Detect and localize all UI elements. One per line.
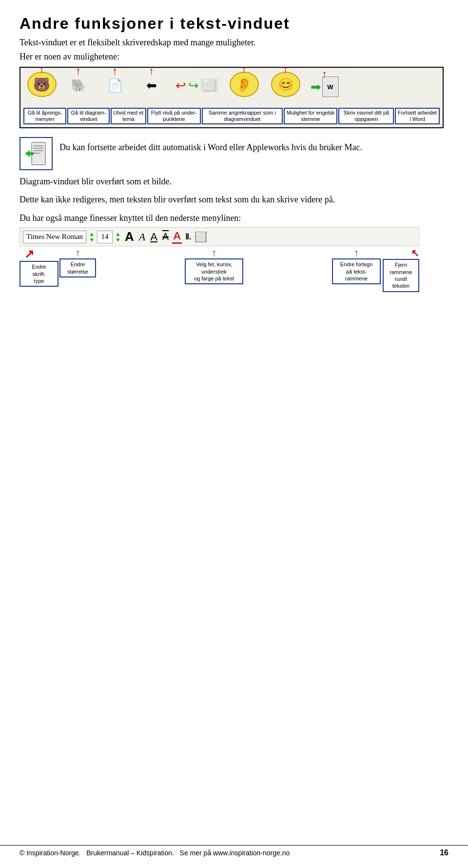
strikeA-button[interactable]: A [161,231,170,242]
page-title: Andre funksjoner i tekst-vinduet [20,15,448,33]
word-description-area: Du kan fortsette arbeidet ditt automatis… [20,137,448,170]
bold-A-button[interactable]: A [123,229,136,244]
fjern-annotation: ↖ Fjernrammenerundtteksten [383,247,419,292]
font-annotation: ↗ Endreskrift-type [20,247,58,287]
size-selector[interactable]: 14 [97,231,113,243]
footer-page-number: 16 [440,848,448,857]
list-icon-button[interactable]: Ⅱ. [184,232,193,241]
intro-paragraph-2: Her er noen av mulighetene: [20,52,448,62]
format-annotation: ↑ Velg fet, kursiv,understrekog farge på… [98,247,330,284]
svg-rect-1 [34,145,43,146]
menu-intro-text: Du har også mange finesser knyttet til d… [20,213,448,223]
svg-rect-4 [34,153,40,154]
fortegn-red-arrow: ↑ [354,247,359,258]
svg-rect-2 [34,148,43,149]
footer-text: © Inspiration-Norge. Brukermanual – Kids… [20,849,290,857]
toolbar-label-name: Skriv navnet ditt på oppgaven [338,108,394,124]
toolbar-label-expand: Utvid med et tema [111,108,146,124]
font-selector[interactable]: Times New Roman [23,231,86,243]
fortegn-annotation: ↑ Endre fortegnpå tekst-rammene [332,247,381,284]
box-icon-button[interactable]: ⬜ [195,232,207,242]
fjern-label: Fjernrammenerundtteksten [383,259,419,292]
toolbar-icon-name: ↑ 😊 [265,72,306,97]
toolbar-label-undo: Samme angreknapper som i diagramvinduet [202,108,283,124]
diagram-text: Diagram-vinduet blir overført som et bil… [20,175,448,188]
size-label: Endrestørrelse [59,258,96,277]
font-arrow-down[interactable]: ▼ [89,237,95,243]
toolbar-label-voice: Mulighet for engelsk stemme [284,108,338,124]
word-icon-box [20,137,53,170]
fortegn-label: Endre fortegnpå tekst-rammene [332,258,381,284]
toolbar-icon-voice: ↑ 👂 [223,72,265,97]
footer-website: Se mer på www.inspiration-norge.no [180,849,290,857]
footer-copyright: © Inspiration-Norge. [20,849,80,857]
word-description-text: Du kan fortsette arbeidet ditt automatis… [59,137,362,154]
font-label: Endreskrift-type [20,261,58,287]
color-A-button[interactable]: A [172,230,182,244]
svg-rect-3 [34,150,43,151]
toolbar-label-word: Fortsett arbeidet i Word [395,108,440,124]
toolbar-icon-home: ↑ 🐻 [23,72,60,97]
toolbar-icon-diagram: ↑ 🐘 [60,74,97,97]
format-red-arrow: ↑ [212,247,216,258]
size-arrows[interactable]: ▲ ▼ [115,231,121,243]
size-arrow-down[interactable]: ▼ [115,237,121,243]
footer-manual: Brukermanual – Kidspiration. [86,849,174,857]
toolbar-label-home: Gå til åpnings-menyen [23,108,66,124]
dette-text: Dette kan ikke redigeres, men teksten bl… [20,193,448,206]
format-label: Velg fet, kursiv,understrekog farge på t… [185,258,243,284]
footer: © Inspiration-Norge. Brukermanual – Kids… [0,845,468,857]
bottom-toolbar-container: Times New Roman ▲ ▼ 14 ▲ ▼ A A A A A Ⅱ. … [20,227,424,292]
toolbar-icon-word: ↑ ➡ W [306,77,343,97]
font-red-arrow: ↗ [24,247,34,261]
underline-A-button[interactable]: A [149,231,159,243]
fjern-red-arrow: ↖ [411,247,419,259]
top-toolbar-area: ↑ 🐻 ↑ 🐘 ↑ 📄 ↑ ⬅ [20,67,444,128]
intro-paragraph-1: Tekst-vinduet er et fleksibelt skrivered… [20,38,448,48]
toolbar-icon-expand: ↑ 📄 [97,74,133,97]
bottom-toolbar: Times New Roman ▲ ▼ 14 ▲ ▼ A A A A A Ⅱ. … [20,227,419,246]
size-red-arrow: ↑ [76,247,80,258]
toolbar-icon-undo: ↩ ↪ ⬜ [170,74,223,97]
toolbar-label-diagram-win: Gå til diagram-vinduet [67,108,110,124]
italic-A-button[interactable]: A [137,231,147,243]
bottom-toolbar-annotations: ↗ Endreskrift-type ↑ Endrestørrelse ↑ Ve… [20,247,419,292]
font-arrows[interactable]: ▲ ▼ [89,231,95,243]
toolbar-label-level: Flytt nivå på under-punktene [147,108,201,124]
toolbar-icon-level: ↑ ⬅ [133,74,170,97]
size-annotation: ↑ Endrestørrelse [59,247,96,277]
